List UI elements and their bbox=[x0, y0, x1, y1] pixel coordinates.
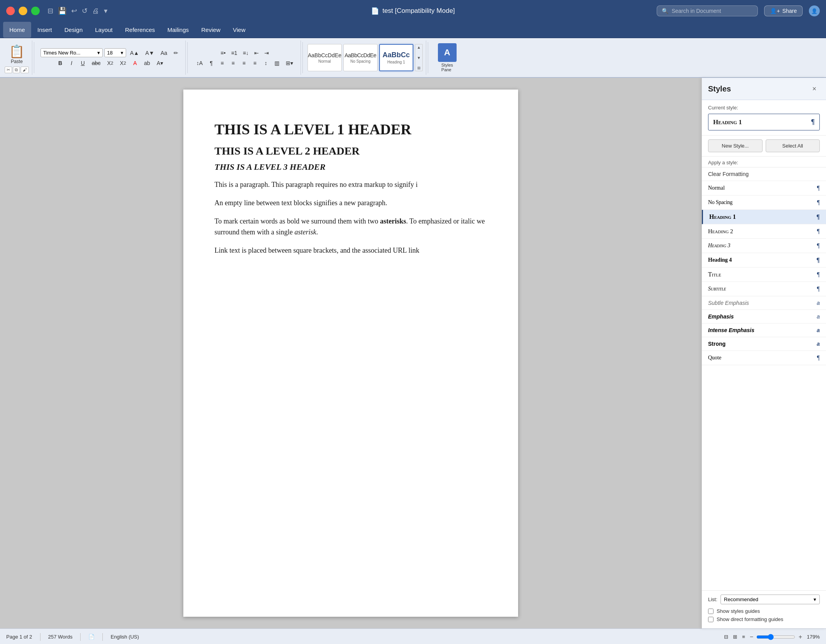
style-sample-normal-text: AaBbCcDdEe bbox=[308, 52, 341, 58]
align-right-button[interactable]: ≡ bbox=[239, 59, 249, 67]
underline-button[interactable]: U bbox=[78, 59, 88, 67]
clipboard-group: 📋 Paste ✂ ⧉ 🖌 bbox=[5, 40, 32, 75]
share-button[interactable]: 👤+ Share bbox=[764, 5, 803, 16]
list-label: List: bbox=[708, 596, 717, 602]
save-icon[interactable]: 💾 bbox=[58, 7, 67, 15]
styles-pane-group: A StylesPane bbox=[430, 40, 465, 75]
styles-footer: List: Recommended ▾ Show styles guides S… bbox=[702, 590, 826, 628]
increase-indent-button[interactable]: ⇥ bbox=[262, 48, 271, 58]
subscript-button[interactable]: X2 bbox=[104, 59, 116, 67]
sidebar-icon[interactable]: ⊟ bbox=[47, 7, 53, 15]
maximize-button[interactable] bbox=[31, 7, 40, 15]
styles-action-buttons: New Style... Select All bbox=[702, 135, 826, 157]
style-sample-nospacing[interactable]: AaBbCcDdEe No Spacing bbox=[343, 44, 378, 71]
cut-button[interactable]: ✂ bbox=[5, 67, 12, 73]
style-item-emphasis[interactable]: Emphasis a bbox=[702, 310, 826, 324]
format-painter-button[interactable]: 🖌 bbox=[21, 67, 29, 73]
change-case-button[interactable]: Aa bbox=[158, 48, 169, 58]
style-sample-heading1[interactable]: AaBbCc Heading 1 bbox=[379, 44, 413, 71]
menu-home[interactable]: Home bbox=[3, 22, 31, 38]
style-item-title[interactable]: Title ¶ bbox=[702, 267, 826, 282]
menu-references[interactable]: References bbox=[119, 22, 161, 38]
align-center-button[interactable]: ≡ bbox=[228, 59, 238, 67]
status-separator-3 bbox=[102, 633, 103, 641]
view-icon-3[interactable]: ≡ bbox=[742, 634, 745, 640]
font-color-picker[interactable]: A▾ bbox=[154, 59, 166, 67]
numbered-list-button[interactable]: ≡1 bbox=[229, 48, 240, 58]
search-input[interactable] bbox=[671, 8, 753, 14]
style-item-strong[interactable]: Strong a bbox=[702, 337, 826, 351]
menu-design[interactable]: Design bbox=[58, 22, 89, 38]
bold-button[interactable]: B bbox=[55, 59, 65, 67]
list-select-arrow: ▾ bbox=[814, 596, 816, 602]
view-icon-1[interactable]: ⊟ bbox=[724, 634, 728, 640]
strikethrough-button[interactable]: abc bbox=[89, 59, 104, 67]
style-item-subtitle[interactable]: Subtitle ¶ bbox=[702, 282, 826, 296]
line-spacing-button[interactable]: ↕ bbox=[261, 59, 271, 67]
sort-button[interactable]: ↕A bbox=[194, 59, 206, 67]
list-selector[interactable]: Recommended ▾ bbox=[721, 595, 820, 604]
select-all-button[interactable]: Select All bbox=[766, 139, 820, 152]
menu-insert[interactable]: Insert bbox=[31, 22, 58, 38]
style-item-heading3[interactable]: Heading 3 ¶ bbox=[702, 239, 826, 253]
style-item-heading2[interactable]: Heading 2 ¶ bbox=[702, 224, 826, 239]
style-item-subtle-emphasis[interactable]: Subtle Emphasis a bbox=[702, 296, 826, 310]
current-style-box[interactable]: Heading 1 ¶ bbox=[708, 114, 820, 130]
style-item-subtitle-label: Subtitle bbox=[708, 286, 726, 292]
style-item-heading1[interactable]: Heading 1 ¶ bbox=[702, 210, 826, 224]
style-item-nospacing[interactable]: No Spacing ¶ bbox=[702, 195, 826, 210]
justify-button[interactable]: ≡ bbox=[250, 59, 260, 67]
zoom-slider[interactable] bbox=[756, 634, 795, 640]
more-icon[interactable]: ▾ bbox=[104, 7, 107, 15]
bullet-list-button[interactable]: ≡• bbox=[218, 48, 228, 58]
styles-close-button[interactable]: × bbox=[809, 83, 820, 94]
menu-view[interactable]: View bbox=[227, 22, 251, 38]
text-highlight-button[interactable]: ab bbox=[141, 59, 153, 67]
new-style-button[interactable]: New Style... bbox=[708, 139, 763, 152]
view-icon-2[interactable]: ⊞ bbox=[733, 634, 737, 640]
style-item-normal-indicator: ¶ bbox=[817, 185, 820, 192]
redo-icon[interactable]: ↺ bbox=[82, 7, 88, 15]
style-item-heading3-label: Heading 3 bbox=[708, 243, 730, 249]
decrease-font-button[interactable]: A▼ bbox=[143, 48, 156, 58]
style-item-quote[interactable]: Quote ¶ bbox=[702, 351, 826, 365]
font-name-selector[interactable]: Times New Ro... ▾ bbox=[40, 48, 103, 57]
style-item-heading4[interactable]: Heading 4 ¶ bbox=[702, 253, 826, 267]
styles-pane-button[interactable]: A StylesPane bbox=[434, 41, 460, 74]
menu-mailings[interactable]: Mailings bbox=[161, 22, 195, 38]
show-styles-guides-checkbox[interactable] bbox=[708, 609, 714, 614]
menu-review[interactable]: Review bbox=[195, 22, 227, 38]
superscript-button[interactable]: X2 bbox=[117, 59, 129, 67]
increase-font-button[interactable]: A▲ bbox=[128, 48, 141, 58]
zoom-out-button[interactable]: − bbox=[750, 633, 753, 640]
multilevel-list-button[interactable]: ≡↓ bbox=[241, 48, 251, 58]
print-icon[interactable]: 🖨 bbox=[92, 7, 99, 15]
copy-button[interactable]: ⧉ bbox=[13, 67, 20, 73]
show-marks-button[interactable]: ¶ bbox=[206, 59, 216, 67]
font-color-button[interactable]: A bbox=[130, 59, 140, 67]
close-button[interactable] bbox=[6, 7, 15, 15]
show-direct-formatting-checkbox[interactable] bbox=[708, 617, 714, 622]
style-item-intense-emphasis[interactable]: Intense Emphasis a bbox=[702, 324, 826, 337]
menu-layout[interactable]: Layout bbox=[89, 22, 119, 38]
style-item-clear[interactable]: Clear Formatting bbox=[702, 167, 826, 181]
align-left-button[interactable]: ≡ bbox=[217, 59, 227, 67]
zoom-level[interactable]: 179% bbox=[807, 634, 820, 640]
paste-button[interactable]: 📋 Paste bbox=[6, 42, 28, 66]
style-item-intense-emphasis-label: Intense Emphasis bbox=[708, 327, 754, 333]
search-bar[interactable]: 🔍 bbox=[657, 5, 758, 16]
user-avatar[interactable]: 👤 bbox=[809, 5, 820, 16]
minimize-button[interactable] bbox=[19, 7, 27, 15]
style-item-normal[interactable]: Normal ¶ bbox=[702, 181, 826, 195]
highlight-color-button[interactable]: ✏ bbox=[171, 48, 181, 58]
decrease-indent-button[interactable]: ⇤ bbox=[252, 48, 261, 58]
undo-icon[interactable]: ↩ bbox=[71, 7, 77, 15]
style-sample-normal[interactable]: AaBbCcDdEe Normal bbox=[308, 44, 342, 71]
borders-button[interactable]: ⊞▾ bbox=[283, 59, 296, 67]
shading-button[interactable]: ▥ bbox=[272, 59, 282, 67]
outline-icon[interactable]: 📄 bbox=[88, 634, 95, 640]
font-size-selector[interactable]: 18 ▾ bbox=[104, 48, 126, 57]
styles-scroll-arrows[interactable]: ▲ ▼ ⊞ bbox=[415, 44, 423, 71]
italic-button[interactable]: I bbox=[67, 59, 77, 67]
zoom-in-button[interactable]: + bbox=[798, 633, 802, 640]
